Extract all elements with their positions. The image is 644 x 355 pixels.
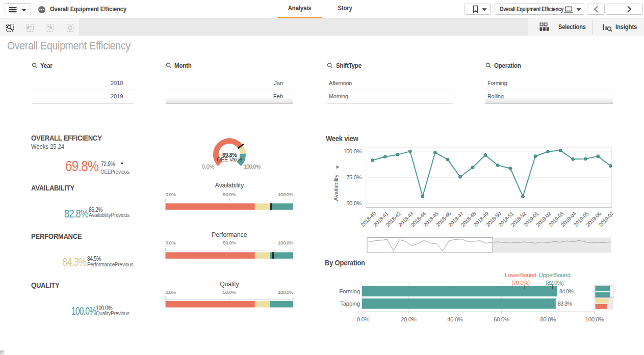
svg-text:Performance: Performance [212,231,247,238]
svg-text:Forming: Forming [339,288,360,294]
svg-text:50.0%: 50.0% [223,192,236,197]
svg-text:LowerBound: LowerBound [505,272,536,278]
svg-text:100.0%: 100.0% [244,163,261,170]
svg-text:(82.0%): (82.0%) [546,280,564,286]
svg-text:Availability: Availability [333,174,339,201]
svg-text:100.0%: 100.0% [278,192,294,197]
svg-text:100.0%: 100.0% [343,148,362,154]
svg-text:40.0%: 40.0% [447,316,463,322]
svg-text:100.0%: 100.0% [278,240,294,245]
svg-text:83.3%: 83.3% [558,301,572,307]
svg-text:Tapping: Tapping [340,301,360,307]
svg-text:100.0%: 100.0% [278,289,294,295]
svg-text:50.0%: 50.0% [346,200,362,206]
svg-text:0.0%: 0.0% [166,289,176,295]
svg-text:Quality: Quality [220,281,239,288]
svg-text:(70.0%): (70.0%) [511,280,530,286]
svg-text:75.0%: 75.0% [346,174,362,180]
svg-text:0.0%: 0.0% [166,240,176,245]
svg-text:0.0%: 0.0% [202,163,215,170]
svg-text:0.0%: 0.0% [357,316,370,322]
svg-text:50.0%: 50.0% [223,289,236,295]
svg-text:100.0%: 100.0% [585,316,604,322]
svg-text:UpperBound: UpperBound [539,272,571,278]
svg-text:20.0%: 20.0% [401,316,417,322]
svg-text:84.0%: 84.0% [559,288,573,294]
svg-text:OEE Value: OEE Value [217,156,242,162]
svg-text:0.0%: 0.0% [166,192,176,197]
svg-text:60.0%: 60.0% [494,316,509,322]
svg-text:50.0%: 50.0% [223,240,236,245]
svg-text:80.0%: 80.0% [540,316,556,322]
svg-text:Availability: Availability [215,182,244,189]
